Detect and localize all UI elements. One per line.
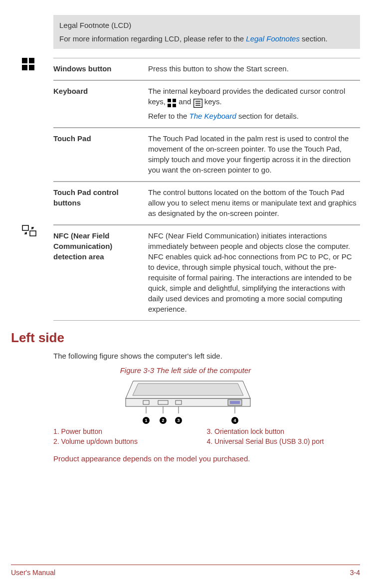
figure-caption: Figure 3-3 The left side of the computer [11, 365, 360, 376]
desc-touchpad: The Touch Pad located in the palm rest i… [148, 133, 360, 175]
term-touchpad: Touch Pad [53, 133, 148, 175]
model-note: Product appearance depends on the model … [53, 453, 360, 464]
term-touchpad-buttons: Touch Pad control buttons [53, 187, 148, 218]
footer-right: 3-4 [350, 568, 360, 578]
legend-2: 2. Volume up/down buttons [53, 437, 207, 447]
menu-key-icon [193, 97, 202, 108]
desc-windows-button: Press this button to show the Start scre… [148, 63, 360, 74]
callout-text-before: For more information regarding LCD, plea… [59, 34, 246, 43]
svg-rect-13 [30, 231, 36, 236]
svg-rect-1 [29, 58, 34, 63]
windows-icon [22, 58, 47, 73]
badge-3: 3 [175, 417, 182, 424]
keyboard-desc-before: The internal keyboard provides the dedic… [148, 87, 345, 106]
nfc-icon [22, 225, 47, 239]
svg-rect-7 [173, 104, 176, 107]
figure-legend: 1. Power button 2. Volume up/down button… [53, 427, 360, 446]
keyboard-desc-mid: and [179, 97, 193, 106]
svg-rect-2 [22, 65, 27, 70]
keyboard-refer-before: Refer to the [148, 112, 189, 120]
callout-body: For more information regarding LCD, plea… [59, 33, 354, 44]
svg-rect-4 [168, 99, 171, 102]
windows-button-row: Windows button Press this button to show… [53, 58, 360, 80]
left-side-heading: Left side [11, 329, 360, 347]
desc-nfc: NFC (Near Field Communication) initiates… [148, 230, 360, 314]
keyboard-desc-after: keys. [204, 97, 222, 106]
keyboard-refer-after: section for details. [236, 112, 299, 120]
badge-4: 4 [231, 417, 238, 424]
term-nfc: NFC (Near Field Communication) detection… [53, 230, 148, 314]
term-windows-button: Windows button [53, 63, 148, 74]
legend-1: 1. Power button [53, 427, 207, 437]
touchpad-row: Touch Pad The Touch Pad located in the p… [53, 128, 360, 182]
touchpad-buttons-row: Touch Pad control buttons The control bu… [53, 182, 360, 225]
svg-rect-0 [22, 58, 27, 63]
the-keyboard-link[interactable]: The Keyboard [189, 112, 236, 120]
left-side-intro: The following figure shows the computer'… [53, 351, 360, 361]
callout-text-after: section. [300, 34, 328, 43]
desc-touchpad-buttons: The control buttons located on the botto… [148, 187, 360, 218]
keyboard-row: Keyboard The internal keyboard provides … [53, 80, 360, 128]
definition-table: Windows button Press this button to show… [11, 58, 360, 321]
svg-rect-12 [22, 225, 28, 230]
svg-marker-15 [133, 384, 243, 395]
badge-2: 2 [160, 417, 167, 424]
legal-footnote-callout: Legal Footnote (LCD) For more informatio… [53, 15, 360, 49]
legal-footnotes-link[interactable]: Legal Footnotes [246, 34, 300, 43]
windows-key-icon [168, 97, 177, 108]
svg-rect-21 [230, 401, 240, 404]
desc-keyboard: The internal keyboard provides the dedic… [148, 86, 360, 121]
page-footer: User's Manual 3-4 [11, 565, 360, 578]
footer-left: User's Manual [11, 568, 55, 578]
svg-rect-6 [168, 104, 171, 107]
legend-4: 4. Universal Serial Bus (USB 3.0) port [207, 437, 361, 447]
badge-1: 1 [143, 417, 150, 424]
nfc-row: NFC (Near Field Communication) detection… [53, 225, 360, 321]
svg-rect-3 [29, 65, 34, 70]
figure-left-side: 1 2 3 4 [11, 379, 360, 424]
term-keyboard: Keyboard [53, 86, 148, 121]
callout-title: Legal Footnote (LCD) [59, 20, 354, 30]
svg-rect-5 [173, 99, 176, 102]
legend-3: 3. Orientation lock button [207, 427, 361, 437]
